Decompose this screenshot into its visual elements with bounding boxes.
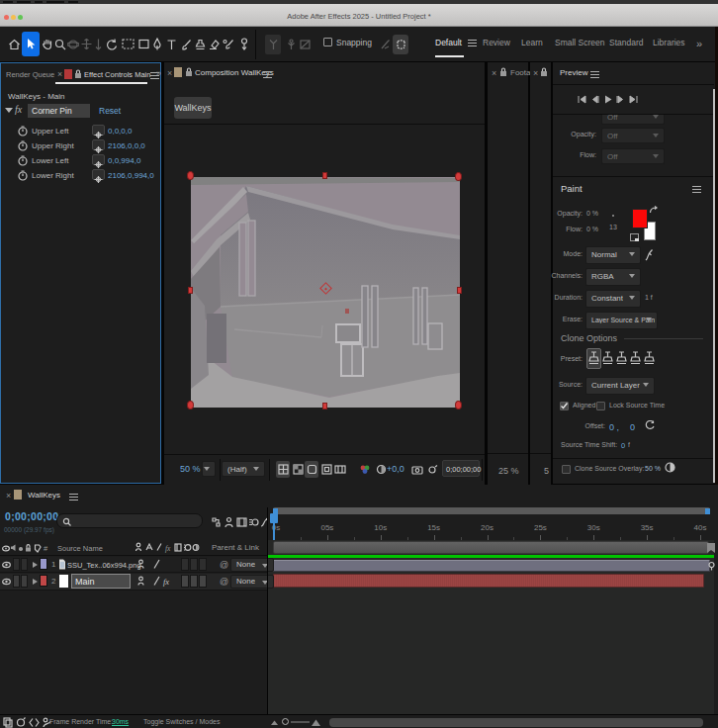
parent-link-column[interactable]: Parent & Link xyxy=(212,543,259,552)
axis-mode-local-icon[interactable] xyxy=(265,35,281,54)
clone-preset-icon[interactable] xyxy=(616,350,627,366)
clone-source-dropdown[interactable]: Current Layer xyxy=(585,377,655,395)
snapshot-icon[interactable] xyxy=(410,461,424,478)
workspace-tab-libraries[interactable]: Libraries xyxy=(653,38,685,47)
layer-name-field[interactable]: Main xyxy=(71,574,131,589)
workspace-tab-review[interactable]: Review xyxy=(483,38,510,47)
swap-colors-icon[interactable] xyxy=(649,206,659,215)
panel-menu-icon[interactable] xyxy=(263,71,272,78)
workspace-menu-icon[interactable] xyxy=(468,40,477,46)
paint-erase-dropdown[interactable]: Layer Source & Paint xyxy=(585,312,658,329)
comp-marker-bin-icon[interactable] xyxy=(706,542,716,554)
timeline-timecode[interactable]: 0;00;00;00 xyxy=(5,510,58,522)
timeline-zoom-slider-knob[interactable] xyxy=(282,718,289,725)
exposure-value[interactable]: +0,0 xyxy=(387,464,404,474)
playhead[interactable] xyxy=(270,513,278,523)
corner-pin-handle-lower-left[interactable] xyxy=(187,401,194,410)
pickwhip-icon[interactable]: @ xyxy=(220,560,228,570)
layer-name[interactable]: SSU_Tex..06x994.png xyxy=(67,561,141,570)
edge-handle-left[interactable] xyxy=(188,287,193,294)
property-value[interactable]: 2106,0,994,0 xyxy=(108,171,154,180)
shy-icon[interactable] xyxy=(224,514,234,532)
pin-icon[interactable] xyxy=(707,561,716,571)
mask-visibility-icon[interactable] xyxy=(305,461,318,478)
layer-shy-icon[interactable] xyxy=(136,559,145,570)
axis-mode-world-icon[interactable] xyxy=(283,35,299,54)
brush-dynamics-cut-dropdown[interactable]: Off xyxy=(601,115,665,125)
paint-duration-dropdown[interactable]: Constant xyxy=(585,290,641,308)
dolly-camera-tool[interactable] xyxy=(92,32,105,56)
paint-mode-dropdown[interactable]: Normal xyxy=(585,246,641,264)
workspace-tab-default[interactable]: Default xyxy=(435,38,462,47)
property-value[interactable]: 0,0,994,0 xyxy=(108,156,140,165)
play-button[interactable] xyxy=(602,93,613,105)
orbit-camera-tool[interactable] xyxy=(65,32,80,56)
zoom-level-value[interactable]: 50 % xyxy=(180,464,201,474)
channels-icon[interactable] xyxy=(358,461,372,478)
stopwatch-icon[interactable] xyxy=(18,170,28,181)
reset-offset-icon[interactable] xyxy=(645,420,655,431)
composition-viewer[interactable] xyxy=(164,124,485,454)
footage-zoom-value[interactable]: 25 % xyxy=(498,466,519,476)
time-navigator-bar[interactable] xyxy=(273,507,710,514)
toggle-switches-modes-button[interactable]: Toggle Switches / Modes xyxy=(143,718,220,725)
exposure-reset-icon[interactable] xyxy=(374,461,388,478)
layer-shy-icon[interactable] xyxy=(136,576,145,587)
pen-person-icon[interactable] xyxy=(377,35,393,54)
corner-pin-handle-lower-right[interactable] xyxy=(455,401,462,410)
edge-handle-bottom[interactable] xyxy=(322,403,327,410)
layer-bar-2[interactable] xyxy=(273,574,704,588)
pixel-aspect-icon[interactable] xyxy=(333,461,347,478)
overlay-mode-icon[interactable] xyxy=(665,462,675,473)
comp-timecode[interactable]: 0;00;00;00 xyxy=(442,460,480,477)
zoom-out-mountain-icon[interactable] xyxy=(270,719,279,726)
pen-tool[interactable] xyxy=(150,32,164,56)
work-area-bar[interactable] xyxy=(273,541,709,554)
axis-mode-view-icon[interactable] xyxy=(298,35,314,54)
tab-render-queue[interactable]: Render Queue xyxy=(6,70,54,79)
opacity-dynamics-dropdown[interactable]: Off xyxy=(601,128,665,143)
lock-source-time-checkbox[interactable] xyxy=(596,402,605,410)
clone-preset-icon[interactable] xyxy=(588,350,599,366)
snapping-checkbox[interactable] xyxy=(323,38,332,46)
edge-handle-top[interactable] xyxy=(322,172,327,179)
edge-handle-right[interactable] xyxy=(457,287,462,294)
corner-pin-handle-upper-right[interactable] xyxy=(455,172,462,181)
layer-quality-icon[interactable] xyxy=(153,576,160,587)
roto-brush-tool[interactable] xyxy=(221,32,235,56)
source-time-shift-value[interactable]: 0 xyxy=(621,441,625,450)
first-frame-button[interactable] xyxy=(577,93,587,105)
layer-row-1[interactable]: 1 SSU_Tex..06x994.png @ None xyxy=(0,557,268,573)
crosshair-button[interactable] xyxy=(92,125,105,136)
eraser-tool[interactable] xyxy=(207,32,221,56)
layer-quality-icon[interactable] xyxy=(153,559,160,570)
stopwatch-icon[interactable] xyxy=(18,126,28,136)
workspace-tab-standard[interactable]: Standard xyxy=(609,38,644,47)
paint-duration-frames[interactable]: 1 f xyxy=(645,294,653,301)
panel-zoom-value[interactable]: 5 xyxy=(544,466,549,476)
effect-name-box[interactable]: Corner Pin xyxy=(28,104,90,118)
more-workspaces-button[interactable]: » xyxy=(696,38,702,49)
viewer-tab-wallkeys[interactable]: WallKeys xyxy=(174,97,212,119)
transparency-grid-icon[interactable] xyxy=(291,461,305,478)
layer-row-2[interactable]: 2 Main fx @ None xyxy=(0,574,268,591)
property-value[interactable]: 0,0,0,0 xyxy=(108,127,132,136)
tab-timeline-wallkeys[interactable]: WallKeys xyxy=(28,491,60,500)
panel-menu-icon[interactable] xyxy=(69,494,78,500)
close-panel-icon[interactable]: × xyxy=(57,69,62,79)
crosshair-button[interactable] xyxy=(92,139,105,150)
type-tool[interactable] xyxy=(164,32,178,56)
timeline-horizontal-scrollbar[interactable] xyxy=(329,718,703,727)
timeline-zoom-slider-track[interactable] xyxy=(291,721,310,723)
expressions-status-icon[interactable] xyxy=(29,717,40,728)
rectangle-tool[interactable] xyxy=(136,32,150,56)
frame-blend-icon[interactable] xyxy=(236,514,247,532)
brush-tool[interactable] xyxy=(179,32,193,56)
corner-pin-handle-upper-left[interactable] xyxy=(187,171,194,180)
show-snapshot-icon[interactable] xyxy=(425,461,439,478)
panel-menu-icon[interactable] xyxy=(692,186,701,193)
zoom-dropdown-button[interactable] xyxy=(202,461,216,477)
grid-guides-icon[interactable] xyxy=(276,461,290,478)
stopwatch-icon[interactable] xyxy=(18,155,28,166)
close-panel-icon[interactable]: × xyxy=(533,68,538,78)
